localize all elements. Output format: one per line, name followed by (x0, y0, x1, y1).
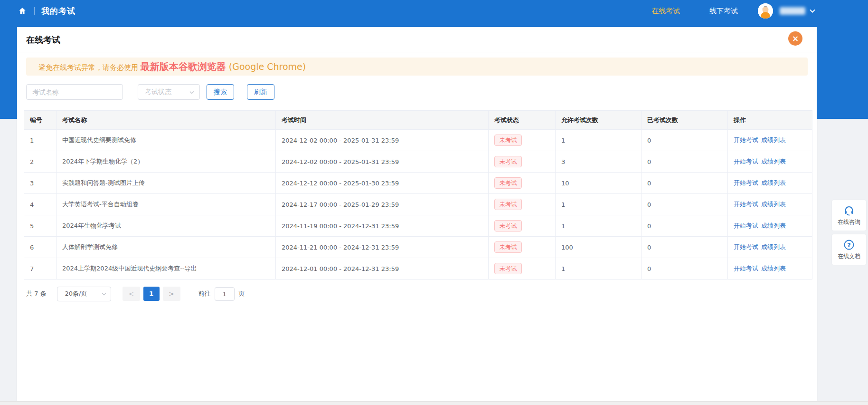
chevron-down-icon[interactable] (809, 8, 816, 14)
exam-name-input[interactable] (26, 84, 123, 100)
exam-time: 2024-11-19 00:00 - 2024-12-31 23:59 (276, 215, 489, 237)
start-exam-link[interactable]: 开始考试 (734, 243, 758, 251)
exam-number: 5 (24, 215, 57, 237)
goto-label: 前往 (198, 289, 211, 298)
col-header-allowed: 允许考试次数 (556, 111, 642, 130)
status-badge: 未考试 (494, 135, 522, 146)
col-header-status: 考试状态 (489, 111, 556, 130)
table-row: 1 中国近现代史纲要测试免修 2024-12-02 00:00 - 2025-0… (24, 130, 812, 151)
score-list-link[interactable]: 成绩列表 (761, 179, 786, 186)
exam-name: 2024年下学期生物化学（2） (57, 151, 276, 173)
home-icon[interactable] (18, 7, 27, 15)
goto-page-input[interactable] (215, 287, 235, 301)
exam-name: 大学英语考试-平台自动组卷 (57, 194, 276, 215)
horizontal-scrollbar[interactable] (0, 401, 868, 405)
table-row: 2 2024年下学期生物化学（2） 2024-12-02 00:00 - 202… (24, 151, 812, 173)
taken-count: 0 (642, 130, 728, 151)
browser-warning-banner: 避免在线考试异常，请务必使用 最新版本谷歌浏览器 (Google Chrome) (26, 58, 808, 76)
status-badge: 未考试 (494, 156, 522, 167)
avatar[interactable] (758, 3, 773, 19)
start-exam-link[interactable]: 开始考试 (734, 158, 758, 165)
consult-label: 在线咨询 (838, 218, 860, 226)
warning-suffix: (Google Chrome) (226, 61, 306, 72)
col-header-taken: 已考试次数 (642, 111, 728, 130)
username-blurred (780, 7, 805, 15)
pagination-bar: 共 7 条 20条/页 < 1 > 前往 页 (26, 286, 245, 301)
online-consult-button[interactable]: 在线咨询 (832, 200, 866, 231)
exam-time: 2024-12-02 00:00 - 2025-01-31 23:59 (276, 151, 489, 173)
exam-time: 2024-12-12 00:00 - 2025-01-30 23:59 (276, 173, 489, 194)
panel-header: 在线考试 × (17, 27, 817, 52)
exam-name: 2024上学期2024级中国近现代史纲要考查--导出 (57, 258, 276, 280)
taken-count: 0 (642, 194, 728, 215)
col-header-actions: 操作 (728, 111, 812, 130)
close-icon: × (792, 34, 799, 43)
exam-number: 3 (24, 173, 57, 194)
exam-status-select[interactable]: 考试状态 (138, 84, 200, 100)
score-list-link[interactable]: 成绩列表 (761, 222, 786, 229)
table-row: 5 2024年生物化学考试 2024-11-19 00:00 - 2024-12… (24, 215, 812, 237)
online-docs-button[interactable]: ? 在线文档 (832, 234, 866, 265)
nav-tab-offline-exam[interactable]: 线下考试 (709, 7, 738, 16)
status-badge: 未考试 (494, 199, 522, 210)
start-exam-link[interactable]: 开始考试 (734, 179, 758, 186)
svg-text:?: ? (847, 241, 851, 248)
allowed-count: 100 (556, 237, 642, 258)
chevron-down-icon (101, 291, 107, 297)
col-header-name: 考试名称 (57, 111, 276, 130)
exam-name: 人体解剖学测试免修 (57, 237, 276, 258)
exam-status-placeholder: 考试状态 (145, 88, 171, 96)
page-size-select[interactable]: 20条/页 (57, 287, 111, 301)
score-list-link[interactable]: 成绩列表 (761, 201, 786, 208)
headset-icon (843, 205, 855, 216)
total-count: 共 7 条 (26, 289, 47, 298)
page-title: 我的考试 (41, 6, 75, 17)
allowed-count: 10 (556, 173, 642, 194)
exam-number: 1 (24, 130, 57, 151)
table-row: 7 2024上学期2024级中国近现代史纲要考查--导出 2024-12-01 … (24, 258, 812, 280)
table-header-row: 编号 考试名称 考试时间 考试状态 允许考试次数 已考试次数 操作 (24, 111, 812, 130)
allowed-count: 3 (556, 151, 642, 173)
exam-time: 2024-12-02 00:00 - 2025-01-31 23:59 (276, 130, 489, 151)
nav-tab-online-exam[interactable]: 在线考试 (651, 7, 680, 16)
exam-time: 2024-12-17 00:00 - 2025-01-29 23:59 (276, 194, 489, 215)
exam-name: 2024年生物化学考试 (57, 215, 276, 237)
warning-highlight: 最新版本谷歌浏览器 (141, 61, 226, 72)
allowed-count: 1 (556, 215, 642, 237)
floating-sidebar: 在线咨询 ? 在线文档 (832, 200, 866, 265)
page-size-value: 20条/页 (65, 289, 87, 298)
close-button[interactable]: × (788, 31, 802, 46)
score-list-link[interactable]: 成绩列表 (761, 136, 786, 144)
search-button[interactable]: 搜索 (207, 84, 234, 100)
start-exam-link[interactable]: 开始考试 (734, 222, 758, 229)
docs-label: 在线文档 (838, 252, 860, 260)
taken-count: 0 (642, 237, 728, 258)
status-badge: 未考试 (494, 177, 522, 189)
prev-page-button[interactable]: < (123, 287, 140, 301)
filter-bar: 考试状态 搜索 刷新 (17, 84, 817, 100)
start-exam-link[interactable]: 开始考试 (734, 265, 758, 272)
table-row: 3 实践题和问答题-测试图片上传 2024-12-12 00:00 - 2025… (24, 173, 812, 194)
top-navbar: 我的考试 在线考试 线下考试 (0, 0, 868, 22)
page-1-button[interactable]: 1 (143, 287, 160, 301)
exam-number: 4 (24, 194, 57, 215)
page: 我的考试 在线考试 线下考试 在线考试 × 避免在线 (0, 0, 868, 405)
navbar-right: 在线考试 线下考试 (651, 0, 816, 22)
table-row: 4 大学英语考试-平台自动组卷 2024-12-17 00:00 - 2025-… (24, 194, 812, 215)
nav-divider (34, 7, 35, 15)
exam-name: 实践题和问答题-测试图片上传 (57, 173, 276, 194)
exam-number: 6 (24, 237, 57, 258)
score-list-link[interactable]: 成绩列表 (761, 243, 786, 251)
score-list-link[interactable]: 成绩列表 (761, 158, 786, 165)
next-page-button[interactable]: > (163, 287, 180, 301)
navbar-left: 我的考试 (18, 0, 75, 22)
status-badge: 未考试 (494, 263, 522, 274)
start-exam-link[interactable]: 开始考试 (734, 201, 758, 208)
start-exam-link[interactable]: 开始考试 (734, 136, 758, 144)
exam-time: 2024-11-21 00:00 - 2024-12-31 23:59 (276, 237, 489, 258)
question-icon: ? (843, 239, 855, 251)
score-list-link[interactable]: 成绩列表 (761, 265, 786, 272)
refresh-button[interactable]: 刷新 (247, 84, 274, 100)
taken-count: 0 (642, 258, 728, 280)
warning-text: 避免在线考试异常，请务必使用 (38, 63, 141, 72)
